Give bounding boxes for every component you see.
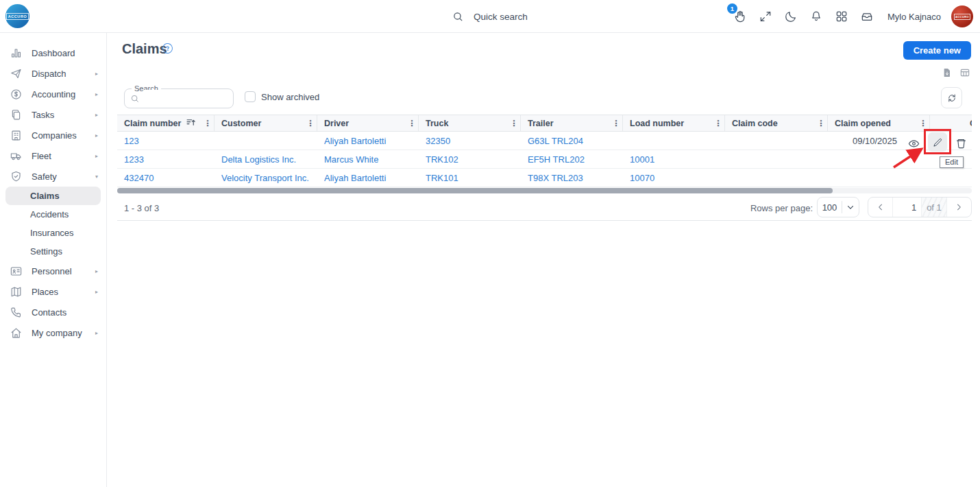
show-archived-toggle[interactable]: Show archived: [245, 91, 319, 102]
avatar[interactable]: ACCURO: [951, 5, 973, 27]
cell-truck[interactable]: TRK101: [419, 169, 521, 187]
sidebar-item-label: Companies: [32, 130, 77, 141]
chevron-right-icon: ▸: [95, 153, 98, 159]
cell-truck[interactable]: TRK102: [419, 150, 521, 168]
header-cell-claim-number[interactable]: Claim number⋮: [117, 115, 215, 131]
cell-driver[interactable]: Aliyah Bartoletti: [317, 132, 419, 150]
fullscreen-icon[interactable]: [758, 9, 773, 24]
column-menu-icon[interactable]: ⋮: [306, 119, 315, 128]
sidebar-subitem-claims[interactable]: Claims: [5, 187, 101, 205]
my-company-icon: [10, 326, 23, 340]
table-footer: 1 - 3 of 3 Rows per page: 100 of 1: [117, 196, 972, 221]
archive-icon[interactable]: [859, 9, 874, 24]
cell-driver[interactable]: Aliyah Bartoletti: [317, 169, 419, 187]
column-menu-icon[interactable]: ⋮: [509, 119, 519, 128]
page-total: of 1: [921, 198, 946, 217]
cell-trailer[interactable]: G63L TRL204: [521, 132, 623, 150]
refresh-icon: [946, 93, 957, 104]
hand-icon[interactable]: 1: [733, 9, 748, 24]
show-archived-checkbox[interactable]: [245, 91, 256, 102]
header-cell-cla[interactable]: Cla: [930, 115, 972, 131]
sidebar-item-companies[interactable]: Companies▸: [0, 125, 106, 145]
header-cell-claim-code[interactable]: Claim code⋮: [725, 115, 828, 131]
safety-icon: [10, 170, 23, 183]
table-row[interactable]: 432470Velocity Transport Inc.Aliyah Bart…: [117, 169, 972, 187]
sidebar-item-dashboard[interactable]: Dashboard: [0, 43, 106, 63]
cell-customer[interactable]: Delta Logistics Inc.: [215, 150, 317, 168]
column-menu-icon[interactable]: ⋮: [713, 119, 723, 128]
contacts-icon: [10, 306, 23, 319]
table-row[interactable]: 1233Delta Logistics Inc.Marcus WhiteTRK1…: [117, 150, 972, 169]
app-logo[interactable]: ACCURO: [5, 4, 29, 28]
create-new-button[interactable]: Create new: [903, 41, 971, 60]
column-menu-icon[interactable]: ⋮: [611, 119, 621, 128]
next-page-button[interactable]: [947, 198, 971, 217]
column-menu-icon[interactable]: ⋮: [203, 119, 212, 128]
chevron-right-icon: [954, 202, 964, 212]
header-cell-load-number[interactable]: Load number⋮: [623, 115, 725, 131]
sidebar-item-accounting[interactable]: Accounting▸: [0, 84, 106, 104]
chevron-right-icon: ▸: [95, 112, 98, 118]
header-cell-trailer[interactable]: Trailer⋮: [521, 115, 623, 131]
cell-customer[interactable]: Velocity Transport Inc.: [215, 169, 317, 187]
archive-row-button[interactable]: [953, 135, 969, 152]
cell-trailer[interactable]: EF5H TRL202: [521, 150, 623, 168]
search-input[interactable]: [144, 90, 230, 107]
sidebar-item-contacts[interactable]: Contacts: [0, 302, 106, 322]
sidebar-item-label: Dashboard: [32, 48, 75, 58]
cell-empty: [930, 169, 972, 187]
cell-driver[interactable]: Marcus White: [317, 150, 419, 168]
table-row[interactable]: 123Aliyah Bartoletti32350G63L TRL20409/1…: [117, 132, 972, 150]
rows-per-page-select[interactable]: 100: [817, 197, 859, 217]
cell-trailer[interactable]: T98X TRL203: [521, 169, 623, 187]
apps-icon[interactable]: [834, 9, 849, 24]
sidebar-subitem-accidents[interactable]: Accidents: [0, 205, 106, 224]
column-menu-icon[interactable]: ⋮: [407, 119, 417, 128]
header-cell-truck[interactable]: Truck⋮: [419, 115, 521, 131]
header-cell-driver[interactable]: Driver⋮: [317, 115, 419, 131]
header-cell-claim-opened[interactable]: Claim opened⋮: [828, 115, 930, 131]
cell-truck[interactable]: 32350: [419, 132, 521, 150]
range-text: 1 - 3 of 3: [124, 203, 159, 213]
sidebar-subitem-settings[interactable]: Settings: [0, 242, 106, 261]
notification-badge: 1: [727, 3, 737, 14]
sidebar-subitem-label: Settings: [30, 246, 62, 257]
sidebar-subitem-insurances[interactable]: Insurances: [0, 224, 106, 242]
sidebar-item-safety[interactable]: Safety▾: [0, 166, 106, 187]
sidebar-item-places[interactable]: Places▸: [0, 281, 106, 302]
avatar-text: ACCURO: [954, 14, 970, 20]
show-archived-label: Show archived: [261, 92, 319, 102]
horizontal-scrollbar-thumb[interactable]: [117, 188, 833, 193]
sidebar-item-fleet[interactable]: Fleet▸: [0, 145, 106, 166]
column-label: Load number: [630, 119, 684, 128]
refresh-button[interactable]: [941, 87, 962, 108]
quick-search[interactable]: Quick search: [452, 8, 528, 25]
sidebar-item-label: Tasks: [32, 110, 54, 120]
cell-load-number[interactable]: 10001: [623, 150, 725, 168]
prev-page-button[interactable]: [868, 198, 892, 217]
sort-asc-icon[interactable]: [186, 117, 196, 130]
notifications-icon[interactable]: [809, 9, 824, 24]
sidebar: DashboardDispatch▸Accounting▸Tasks▸Compa…: [0, 33, 107, 487]
sidebar-item-tasks[interactable]: Tasks▸: [0, 104, 106, 125]
edit-row-button[interactable]: [928, 132, 947, 152]
filter-row: Search Show archived: [124, 86, 962, 113]
table-settings-icon[interactable]: [959, 67, 970, 78]
sidebar-item-my-company[interactable]: My company▸: [0, 322, 106, 343]
cell-claim-number[interactable]: 432470: [117, 169, 215, 187]
user-name[interactable]: Mylo Kajnaco: [887, 12, 941, 22]
export-icon[interactable]: [942, 67, 953, 78]
column-menu-icon[interactable]: ⋮: [816, 119, 826, 128]
page-input[interactable]: [892, 198, 921, 217]
dark-mode-icon[interactable]: [783, 9, 798, 24]
sidebar-item-dispatch[interactable]: Dispatch▸: [0, 63, 106, 84]
cell-load-number[interactable]: 10070: [623, 169, 725, 187]
column-menu-icon[interactable]: ⋮: [918, 119, 928, 128]
view-row-button[interactable]: [905, 135, 922, 152]
sidebar-item-personnel[interactable]: Personnel▸: [0, 261, 106, 281]
chevron-right-icon: ▸: [95, 330, 98, 336]
cell-claim-number[interactable]: 1233: [117, 150, 215, 168]
cell-claim-number[interactable]: 123: [117, 132, 215, 150]
header-cell-customer[interactable]: Customer⋮: [215, 115, 317, 131]
cell-claim-opened: [828, 150, 930, 168]
